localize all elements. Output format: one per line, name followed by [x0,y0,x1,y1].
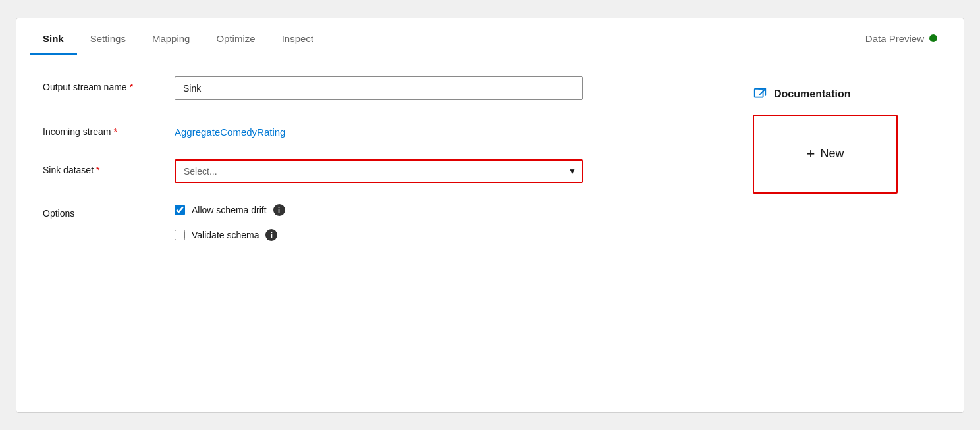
output-stream-name-label: Output stream name * [43,76,175,92]
tab-mapping[interactable]: Mapping [139,33,204,55]
tab-optimize[interactable]: Optimize [203,33,268,55]
incoming-stream-link[interactable]: AggregateComedyRating [175,121,285,138]
options-row: Options Allow schema drift i Validate sc… [43,204,713,241]
data-preview-status-dot [929,34,937,42]
sink-dataset-control: Select... ▼ [175,159,713,183]
sink-dataset-label: Sink dataset * [43,159,175,175]
sink-dataset-select[interactable]: Select... [175,159,583,183]
options-label: Options [43,204,175,219]
validate-schema-checkbox[interactable] [175,230,185,240]
tab-settings[interactable]: Settings [77,33,139,55]
new-button-label: New [820,147,844,161]
new-button[interactable]: + New [753,115,898,194]
new-button-plus-icon: + [807,146,815,163]
allow-schema-drift-label[interactable]: Allow schema drift [192,205,267,215]
form-content: Output stream name * Incoming stream * A… [16,55,964,262]
required-star-sink: * [96,165,99,175]
documentation-label: Documentation [774,88,850,100]
output-stream-name-row: Output stream name * [43,76,713,100]
incoming-stream-label: Incoming stream * [43,121,175,137]
tab-inspect[interactable]: Inspect [269,33,327,55]
main-container: Sink Settings Mapping Optimize Inspect D… [16,18,964,413]
required-star-output: * [130,82,133,92]
validate-schema-row: Validate schema i [175,229,285,241]
tab-bar: Sink Settings Mapping Optimize Inspect D… [16,18,964,55]
sink-dataset-select-wrapper: Select... ▼ [175,159,583,183]
output-stream-name-control [175,76,713,100]
incoming-stream-control: AggregateComedyRating [175,121,713,138]
external-link-icon [753,87,767,101]
allow-schema-drift-checkbox[interactable] [175,205,185,215]
sink-dataset-row: Sink dataset * Select... ▼ [43,159,713,183]
allow-schema-drift-row: Allow schema drift i [175,204,285,216]
checkboxes-column: Allow schema drift i Validate schema i [175,204,285,241]
validate-schema-label[interactable]: Validate schema [192,230,259,240]
tab-sink[interactable]: Sink [30,33,77,55]
required-star-incoming: * [113,126,117,137]
output-stream-name-input[interactable] [175,76,583,100]
tab-data-preview[interactable]: Data Preview [852,33,950,55]
validate-schema-info-icon[interactable]: i [265,229,277,241]
right-panel: Documentation + New [753,76,937,241]
form-section: Output stream name * Incoming stream * A… [43,76,713,241]
allow-schema-drift-info-icon[interactable]: i [273,204,285,216]
documentation-link[interactable]: Documentation [753,87,850,101]
incoming-stream-row: Incoming stream * AggregateComedyRating [43,121,713,138]
